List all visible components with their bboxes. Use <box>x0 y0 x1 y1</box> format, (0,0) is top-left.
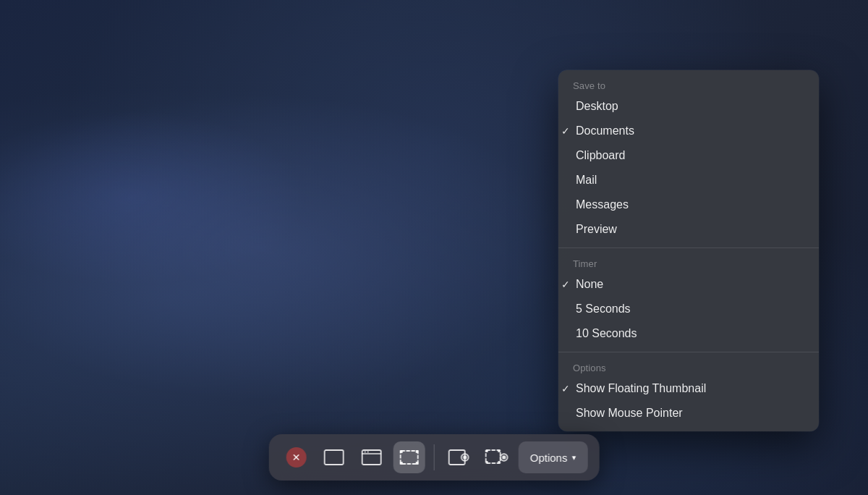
menu-item-10-seconds-text: 10 Seconds <box>576 327 637 340</box>
svg-rect-14 <box>485 450 488 453</box>
menu-item-clipboard-text: Clipboard <box>576 149 625 162</box>
svg-rect-5 <box>401 451 418 464</box>
menu-item-mouse-pointer-text: Show Mouse Pointer <box>576 407 683 420</box>
options-dropdown-menu: Save to Desktop ✓ Documents Clipboard Ma… <box>558 70 819 431</box>
checkmark-documents: ✓ <box>558 125 573 137</box>
menu-item-messages-text: Messages <box>576 198 629 211</box>
fullscreen-video-button[interactable] <box>443 441 475 473</box>
checkmark-floating-thumbnail: ✓ <box>558 383 573 394</box>
menu-item-10-seconds[interactable]: 10 Seconds <box>558 321 819 346</box>
fullscreen-capture-button[interactable] <box>318 441 350 473</box>
screenshot-toolbar: ✕ <box>269 434 600 481</box>
menu-item-none[interactable]: ✓ None <box>558 272 819 297</box>
selection-video-icon <box>485 449 509 465</box>
svg-rect-8 <box>400 462 403 465</box>
menu-item-desktop[interactable]: Desktop <box>558 94 819 119</box>
svg-rect-17 <box>498 461 501 464</box>
selection-capture-button[interactable] <box>393 441 425 473</box>
svg-point-12 <box>463 456 467 460</box>
menu-item-show-floating-thumbnail[interactable]: ✓ Show Floating Thumbnail <box>558 376 819 401</box>
menu-item-clipboard[interactable]: Clipboard <box>558 143 819 168</box>
menu-item-documents-text: Documents <box>576 124 634 138</box>
save-to-label: Save to <box>558 76 819 94</box>
svg-rect-15 <box>498 450 501 453</box>
fullscreen-video-icon <box>448 449 470 465</box>
options-chevron-icon: ▾ <box>571 453 576 462</box>
window-capture-icon <box>362 449 382 465</box>
menu-item-preview-text: Preview <box>576 223 617 236</box>
timer-section: Timer ✓ None 5 Seconds 10 Seconds <box>558 248 819 352</box>
svg-rect-16 <box>485 461 488 464</box>
svg-rect-7 <box>416 450 419 453</box>
menu-item-show-mouse-pointer[interactable]: Show Mouse Pointer <box>558 401 819 426</box>
menu-item-none-text: None <box>576 278 603 291</box>
svg-rect-0 <box>325 450 344 465</box>
timer-label: Timer <box>558 254 819 272</box>
menu-item-messages[interactable]: Messages <box>558 192 819 217</box>
options-label: Options <box>558 358 819 376</box>
menu-item-5-seconds-text: 5 Seconds <box>576 302 631 316</box>
selection-video-button[interactable] <box>481 441 513 473</box>
close-button[interactable]: ✕ <box>281 441 312 473</box>
save-to-section: Save to Desktop ✓ Documents Clipboard Ma… <box>558 70 819 248</box>
svg-point-3 <box>365 452 366 453</box>
menu-item-floating-thumbnail-text: Show Floating Thumbnail <box>576 382 706 395</box>
options-button[interactable]: Options ▾ <box>519 441 588 473</box>
svg-rect-6 <box>400 450 403 453</box>
menu-item-mail[interactable]: Mail <box>558 168 819 192</box>
close-icon: ✕ <box>286 447 307 468</box>
menu-item-mail-text: Mail <box>576 174 597 187</box>
fullscreen-capture-icon <box>324 449 344 465</box>
menu-item-preview[interactable]: Preview <box>558 217 819 242</box>
menu-item-documents[interactable]: ✓ Documents <box>558 119 819 143</box>
window-capture-button[interactable] <box>356 441 388 473</box>
selection-capture-icon <box>399 449 420 465</box>
svg-point-19 <box>502 456 506 460</box>
checkmark-none: ✓ <box>558 279 573 290</box>
menu-item-5-seconds[interactable]: 5 Seconds <box>558 297 819 321</box>
svg-point-4 <box>367 452 369 453</box>
options-button-label: Options <box>530 452 568 464</box>
options-section: Options ✓ Show Floating Thumbnail Show M… <box>558 352 819 431</box>
svg-rect-9 <box>416 462 419 465</box>
toolbar-divider <box>434 444 435 470</box>
menu-item-desktop-text: Desktop <box>576 100 618 113</box>
